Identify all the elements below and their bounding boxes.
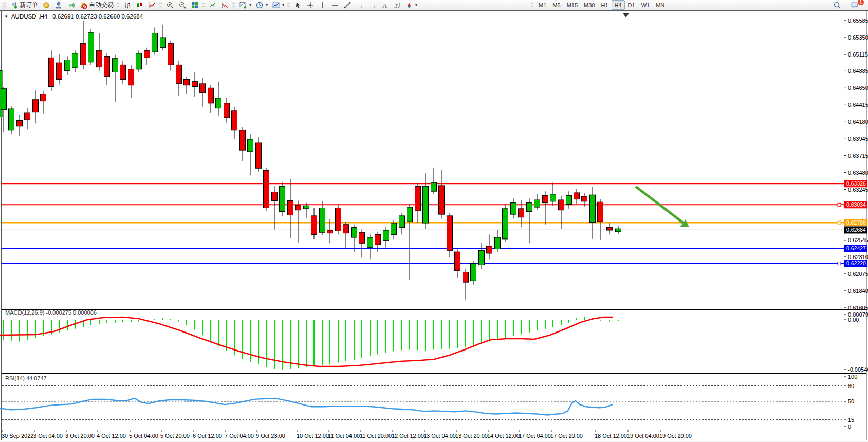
chart-title: ▼ AUDUSD-,H4 0.62691 0.62723 0.62660 0.6… bbox=[4, 13, 143, 20]
timeframe-label: H1 bbox=[601, 2, 608, 8]
crosshair-icon bbox=[306, 1, 315, 9]
svg-text:0.64180: 0.64180 bbox=[848, 119, 868, 125]
arrows-button[interactable]: ▾ bbox=[403, 0, 419, 10]
timeframe-m1-button[interactable]: M1 bbox=[535, 0, 549, 10]
svg-text:5 Oct 04:00: 5 Oct 04:00 bbox=[129, 433, 158, 439]
svg-text:0.00: 0.00 bbox=[848, 317, 859, 323]
macd-label: MACD(12,26,9) -0.000275 0.000086 bbox=[5, 309, 97, 316]
text-button[interactable]: A bbox=[378, 0, 391, 10]
hline-button[interactable] bbox=[329, 0, 341, 10]
bar-chart-button[interactable] bbox=[121, 0, 134, 10]
svg-text:0.63034: 0.63034 bbox=[846, 201, 866, 208]
auto-trading-label: 自动交易 bbox=[89, 1, 114, 9]
svg-text:0.63480: 0.63480 bbox=[848, 170, 868, 176]
trendline-button[interactable] bbox=[341, 0, 354, 10]
new-order-button[interactable]: 新订单 bbox=[8, 0, 40, 10]
timeframe-mn-button[interactable]: MN bbox=[653, 0, 668, 10]
svg-text:0.63715: 0.63715 bbox=[848, 153, 868, 159]
timeframe-label: M30 bbox=[584, 2, 595, 8]
svg-text:11 Oct 20:00: 11 Oct 20:00 bbox=[360, 433, 392, 439]
rsi-label: RSI(14) 44.8747 bbox=[5, 375, 47, 381]
svg-text:3 Oct 20:00: 3 Oct 20:00 bbox=[65, 433, 95, 439]
community-button[interactable]: 1 bbox=[848, 0, 861, 10]
svg-text:30 Sep 2022: 30 Sep 2022 bbox=[2, 433, 33, 439]
svg-text:0.65115: 0.65115 bbox=[848, 51, 868, 58]
zoom-in-icon bbox=[166, 1, 174, 9]
label-button[interactable]: T bbox=[391, 0, 403, 10]
zoom-out-button[interactable] bbox=[176, 0, 189, 10]
indicators-button[interactable] bbox=[207, 0, 219, 10]
svg-text:-0.005464: -0.005464 bbox=[848, 366, 868, 373]
timeframe-w1-button[interactable]: W1 bbox=[638, 0, 653, 10]
new-order-icon bbox=[10, 1, 18, 9]
svg-text:12 Oct 12:00: 12 Oct 12:00 bbox=[392, 433, 424, 439]
vline-button[interactable] bbox=[317, 0, 329, 10]
channel-button[interactable]: E bbox=[354, 0, 366, 10]
svg-text:15: 15 bbox=[848, 417, 854, 423]
candlestick-button[interactable] bbox=[134, 0, 146, 10]
timeframe-m30-button[interactable]: M30 bbox=[581, 0, 598, 10]
ohlc-values: 0.62691 0.62723 0.62660 0.62684 bbox=[52, 13, 143, 20]
svg-text:0.64650: 0.64650 bbox=[848, 85, 868, 91]
timeframe-m15-button[interactable]: M15 bbox=[564, 0, 581, 10]
svg-text:0.65350: 0.65350 bbox=[848, 34, 868, 41]
toolbar-grip bbox=[531, 2, 533, 9]
svg-text:0.63945: 0.63945 bbox=[848, 136, 868, 142]
cursor-icon bbox=[294, 1, 302, 9]
toolbar-grip bbox=[232, 2, 235, 9]
fibonacci-button[interactable]: F bbox=[366, 0, 378, 10]
zoom-out-icon bbox=[178, 1, 187, 9]
timeframe-h4-button[interactable]: H4 bbox=[612, 0, 625, 10]
svg-text:19 Oct 04:00: 19 Oct 04:00 bbox=[627, 433, 659, 439]
line-chart-icon bbox=[148, 1, 156, 9]
zoom-in-button[interactable] bbox=[164, 0, 176, 10]
svg-text:0.62786: 0.62786 bbox=[846, 219, 866, 226]
timeframe-d1-button[interactable]: D1 bbox=[625, 0, 638, 10]
svg-text:100: 100 bbox=[848, 374, 857, 380]
signals-button[interactable] bbox=[65, 0, 77, 10]
line-chart-button[interactable] bbox=[146, 0, 158, 10]
svg-text:10 Oct 12:00: 10 Oct 12:00 bbox=[297, 433, 329, 439]
timeframe-m5-button[interactable]: M5 bbox=[549, 0, 563, 10]
svg-text:0.62427: 0.62427 bbox=[846, 245, 866, 251]
template-icon bbox=[272, 1, 280, 9]
svg-text:0.62075: 0.62075 bbox=[848, 271, 868, 277]
chart-canvas[interactable]: 0.655850.653500.651150.648850.646500.644… bbox=[0, 0, 868, 442]
new-order-label: 新订单 bbox=[20, 1, 38, 9]
toolbar-grip bbox=[3, 2, 6, 9]
candlestick-icon bbox=[136, 1, 144, 9]
auto-trading-icon bbox=[79, 1, 87, 9]
svg-text:11 Oct 04:00: 11 Oct 04:00 bbox=[328, 433, 360, 439]
svg-text:7 Oct 04:00: 7 Oct 04:00 bbox=[225, 433, 254, 439]
template-button[interactable]: ▾ bbox=[270, 0, 286, 10]
svg-text:17 Oct 20:00: 17 Oct 20:00 bbox=[550, 433, 583, 439]
svg-text:0: 0 bbox=[848, 423, 851, 430]
symbol-period-label: AUDUSD-,H4 bbox=[11, 13, 47, 20]
objects-button[interactable] bbox=[219, 0, 231, 10]
market-button[interactable] bbox=[40, 0, 52, 10]
svg-text:9 Oct 23:00: 9 Oct 23:00 bbox=[256, 433, 285, 439]
period-icon bbox=[255, 1, 264, 9]
notification-badge: 1 bbox=[857, 0, 864, 6]
period-button[interactable]: ▾ bbox=[253, 0, 270, 10]
new-chart-button[interactable]: ▾ bbox=[237, 0, 253, 10]
profile-button[interactable] bbox=[52, 0, 65, 10]
chevron-down-icon: ▾ bbox=[266, 3, 268, 7]
one-click-trading-arrow[interactable]: ▼ bbox=[4, 14, 8, 19]
main-toolbar: 新订单 自动交易 ▾▾▾ EFAT▾ M1M5M15M30H1H4D1W1MN … bbox=[0, 0, 868, 11]
arrows-icon bbox=[405, 1, 413, 9]
timeframe-label: H4 bbox=[615, 2, 622, 8]
timeframe-h1-button[interactable]: H1 bbox=[598, 0, 611, 10]
crosshair-button[interactable] bbox=[304, 0, 317, 10]
tile-windows-button[interactable] bbox=[189, 0, 201, 10]
search-button[interactable] bbox=[831, 0, 843, 10]
timeframe-label: D1 bbox=[628, 2, 635, 8]
svg-text:0.61840: 0.61840 bbox=[848, 288, 868, 294]
cursor-button[interactable] bbox=[292, 0, 304, 10]
search-icon bbox=[833, 1, 841, 9]
fibo-icon: F bbox=[368, 1, 376, 9]
auto-trading-button[interactable]: 自动交易 bbox=[77, 0, 116, 10]
svg-text:A: A bbox=[382, 1, 387, 9]
tile-windows-icon bbox=[191, 1, 199, 9]
toolbar-grip bbox=[202, 2, 205, 9]
